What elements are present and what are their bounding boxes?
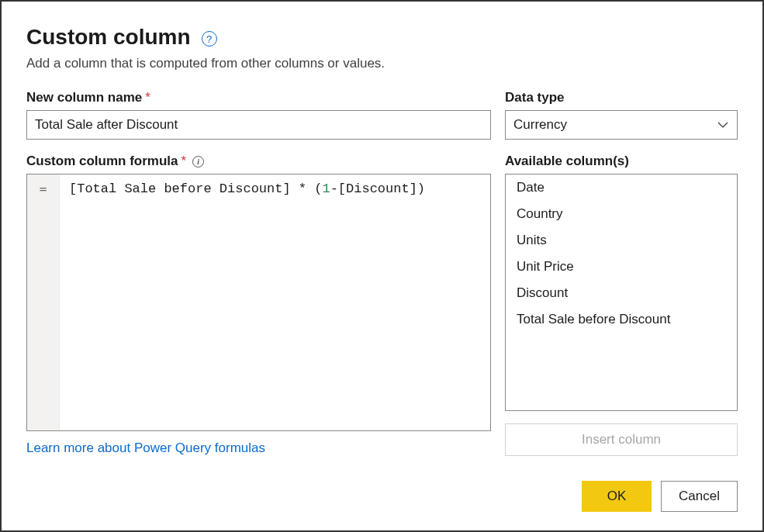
column-item[interactable]: Total Sale before Discount [506,306,737,333]
formula-label: Custom column formula * i [26,154,491,169]
formula-left: Custom column formula * i = [Total Sale … [26,154,491,456]
column-name-input[interactable] [26,110,491,140]
name-type-row: New column name * Data type Currency [26,90,738,140]
formula-section: Custom column formula * i = [Total Sale … [26,154,738,456]
dialog-title: Custom column [26,25,191,50]
column-item[interactable]: Discount [506,280,737,306]
formula-number: 1 [322,181,330,196]
data-type-select[interactable]: Currency [505,110,738,140]
column-item[interactable]: Date [506,174,737,201]
info-icon[interactable]: i [192,156,204,168]
data-type-label: Data type [505,90,738,105]
cancel-button[interactable]: Cancel [661,481,738,512]
dialog-subtitle: Add a column that is computed from other… [26,56,738,71]
required-mark: * [145,90,150,105]
column-item[interactable]: Units [506,227,737,254]
formula-label-text: Custom column formula [26,154,178,169]
column-item[interactable]: Country [506,201,737,227]
custom-column-dialog: Custom column ? Add a column that is com… [0,0,764,532]
data-type-value: Currency [505,110,738,140]
column-name-field: New column name * [26,90,491,140]
column-name-label-text: New column name [26,90,142,105]
column-item[interactable]: Unit Price [506,254,737,280]
dialog-header: Custom column ? [26,25,738,50]
data-type-field: Data type Currency [505,90,738,140]
dialog-footer: OK Cancel [26,481,738,512]
available-columns-label: Available column(s) [505,154,738,169]
ok-button[interactable]: OK [582,481,652,512]
insert-column-button[interactable]: Insert column [505,423,738,456]
formula-text: -[Discount]) [330,181,425,196]
available-columns-list[interactable]: Date Country Units Unit Price Discount T… [505,174,738,411]
learn-more-link[interactable]: Learn more about Power Query formulas [26,440,491,456]
required-mark: * [181,154,187,169]
formula-editor[interactable]: = [Total Sale before Discount] * (1-[Dis… [26,174,491,431]
formula-gutter: = [27,174,60,430]
formula-text: [Total Sale before Discount] * ( [69,181,322,196]
available-columns-area: Available column(s) Date Country Units U… [505,154,738,456]
formula-input[interactable]: [Total Sale before Discount] * (1-[Disco… [60,174,490,430]
column-name-label: New column name * [26,90,491,105]
help-icon[interactable]: ? [202,31,217,47]
